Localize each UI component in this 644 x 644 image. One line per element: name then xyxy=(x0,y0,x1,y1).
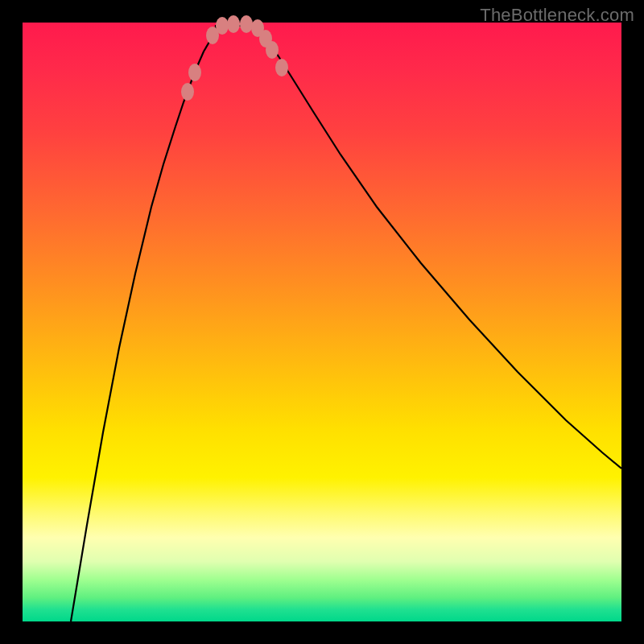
curve-marker xyxy=(275,59,288,76)
curve-marker xyxy=(227,15,240,33)
curve-marker xyxy=(266,41,279,59)
bottleneck-curve xyxy=(23,23,621,621)
curve-marker xyxy=(188,64,201,81)
chart-frame: TheBottleneck.com xyxy=(0,0,644,644)
plot-area xyxy=(23,23,621,621)
curve-marker xyxy=(181,83,194,101)
watermark-text: TheBottleneck.com xyxy=(480,5,634,26)
curve-path xyxy=(71,26,621,621)
